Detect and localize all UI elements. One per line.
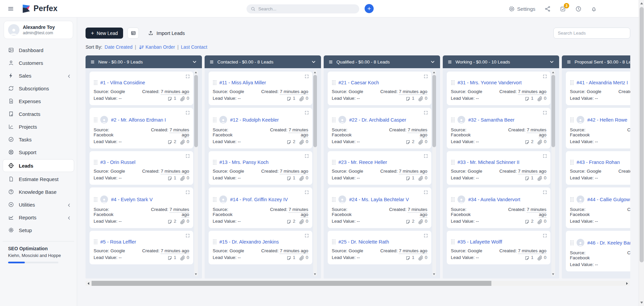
column-scrollbar[interactable]: [432, 70, 436, 276]
horizontal-scroll-thumb[interactable]: [92, 281, 491, 286]
drag-handle[interactable]: [570, 80, 574, 85]
sidebar-item-dashboard[interactable]: Dashboard: [0, 44, 77, 56]
expand-icon[interactable]: [543, 111, 547, 115]
attachments-count[interactable]: 0: [299, 175, 308, 180]
lead-title-link[interactable]: #14 - Prof. Griffin Kozey IV: [230, 197, 288, 202]
lead-title-link[interactable]: #43 - Franco Rohan: [577, 160, 620, 165]
lead-card[interactable]: #43 - Franco Rohan Source: Google Create…: [566, 151, 630, 185]
scroll-down-arrow[interactable]: [640, 302, 643, 304]
bell-icon[interactable]: [591, 6, 597, 12]
sidebar-item-projects[interactable]: Projects: [0, 120, 77, 133]
global-search-input[interactable]: [258, 6, 355, 11]
lead-card[interactable]: #4 - Evelyn Stark V Source: Facebook Cre…: [90, 187, 193, 228]
drag-handle[interactable]: [94, 117, 97, 123]
attachments-count[interactable]: 0: [299, 219, 308, 224]
expand-icon[interactable]: [305, 233, 309, 238]
lead-title-link[interactable]: #41 - Alexandria Mertz I: [577, 80, 628, 85]
attachments-count[interactable]: 0: [180, 139, 189, 144]
lead-title-link[interactable]: #46 - Dr. Keeley Bartell: [587, 240, 630, 246]
drag-handle[interactable]: [213, 196, 216, 202]
notes-count[interactable]: 1: [286, 96, 296, 101]
expand-icon[interactable]: [185, 74, 190, 79]
lead-card[interactable]: #46 - Dr. Keeley Bartell Source: Faceboo…: [566, 231, 630, 271]
search-leads-input[interactable]: [553, 28, 630, 39]
attachments-count[interactable]: 0: [418, 96, 427, 101]
notes-count[interactable]: 2: [525, 219, 534, 224]
scroll-left-arrow[interactable]: [86, 281, 91, 286]
expand-icon[interactable]: [543, 233, 547, 238]
expand-icon[interactable]: [185, 190, 190, 194]
sidebar-toggle-icon[interactable]: [7, 5, 14, 12]
attachments-count[interactable]: 0: [418, 175, 427, 180]
lead-card[interactable]: #13 - Mrs. Pansy Koch Source: Google Cre…: [209, 151, 312, 185]
notes-count[interactable]: 1: [406, 255, 415, 260]
drag-handle[interactable]: [451, 117, 454, 123]
lead-card[interactable]: #34 - Aurelia Vandervort Source: Faceboo…: [447, 187, 550, 228]
sidebar-item-subscriptions[interactable]: Subscriptions: [0, 82, 77, 95]
scroll-up-arrow[interactable]: [640, 2, 643, 4]
drag-handle[interactable]: [451, 159, 454, 165]
attachments-count[interactable]: 0: [180, 255, 189, 260]
lead-card[interactable]: #42 - Hellen Rowe Source: Facebook Creat…: [566, 108, 630, 148]
chevron-down-icon[interactable]: [192, 59, 197, 64]
expand-icon[interactable]: [185, 154, 190, 158]
lead-card[interactable]: #5 - Rosa Leffler Source: Google Created…: [90, 231, 193, 264]
chevron-down-icon[interactable]: [549, 59, 554, 64]
sort-option-kanban-order[interactable]: Kanban Order: [139, 44, 175, 50]
expand-icon[interactable]: [305, 111, 309, 115]
attachments-count[interactable]: 0: [418, 255, 427, 260]
attachments-count[interactable]: 0: [537, 96, 546, 101]
expand-icon[interactable]: [185, 111, 190, 115]
lead-card[interactable]: #15 - Dr. Alexandro Jenkins Source: Goog…: [209, 231, 312, 264]
brand-logo[interactable]: Perfex: [21, 4, 58, 13]
column-scrollbar[interactable]: [194, 70, 198, 276]
notes-count[interactable]: 1: [525, 255, 534, 260]
notes-count[interactable]: 1: [167, 96, 176, 101]
drag-handle[interactable]: [332, 159, 335, 165]
lead-title-link[interactable]: #34 - Aurelia Vandervort: [468, 197, 520, 202]
lead-title-link[interactable]: #11 - Miss Aliya Miller: [219, 80, 266, 85]
notes-count[interactable]: 2: [406, 219, 415, 224]
sidebar-item-setup[interactable]: Setup: [0, 224, 77, 236]
attachments-count[interactable]: 0: [537, 219, 546, 224]
user-card[interactable]: Alexandre Toy admin@test.com: [4, 21, 73, 39]
expand-icon[interactable]: [424, 233, 428, 238]
lead-title-link[interactable]: #13 - Mrs. Pansy Koch: [219, 160, 269, 165]
lead-card[interactable]: #35 - Lafayette Wolff Source: Google Cre…: [447, 231, 550, 264]
lead-title-link[interactable]: #4 - Evelyn Stark V: [111, 197, 153, 202]
sidebar-item-support[interactable]: Support: [0, 146, 77, 159]
drag-handle[interactable]: [570, 196, 574, 202]
notes-count[interactable]: 2: [286, 139, 296, 144]
lead-title-link[interactable]: #42 - Hellen Rowe: [587, 117, 627, 123]
sidebar-item-tasks[interactable]: Tasks: [0, 133, 77, 146]
lead-card[interactable]: #33 - Mr. Micheal Schinner II Source: Go…: [447, 151, 550, 185]
expand-icon[interactable]: [543, 74, 547, 79]
lead-title-link[interactable]: #1 - Vilma Considine: [100, 80, 145, 85]
board-horizontal-scrollbar[interactable]: [86, 281, 630, 286]
kanban-column-header[interactable]: Qualified - $0.00 - 8 Leads: [324, 55, 440, 68]
tasks-check-icon[interactable]: 3: [560, 6, 566, 12]
lead-title-link[interactable]: #2 - Mr. Alfonso Erdman I: [111, 117, 166, 123]
lead-title-link[interactable]: #32 - Samantha Beer: [468, 117, 515, 123]
drag-handle[interactable]: [451, 80, 454, 85]
lead-title-link[interactable]: #44 - Callie Gulgowski: [587, 197, 630, 202]
expand-icon[interactable]: [185, 233, 190, 238]
column-scroll-thumb[interactable]: [551, 75, 555, 147]
lead-title-link[interactable]: #21 - Caesar Koch: [338, 80, 379, 85]
page-scrollbar[interactable]: [639, 0, 644, 306]
sidebar-item-leads[interactable]: Leads: [3, 159, 74, 172]
quick-add-button[interactable]: +: [365, 4, 374, 13]
column-scroll-thumb[interactable]: [313, 75, 317, 147]
expand-icon[interactable]: [305, 74, 309, 79]
lead-title-link[interactable]: #23 - Mr. Reece Heller: [338, 160, 387, 165]
attachments-count[interactable]: 0: [537, 139, 546, 144]
lead-title-link[interactable]: #22 - Dr. Archibald Casper: [349, 117, 406, 123]
drag-handle[interactable]: [213, 117, 216, 123]
expand-icon[interactable]: [424, 74, 428, 79]
attachments-count[interactable]: 0: [180, 219, 189, 224]
drag-handle[interactable]: [332, 117, 335, 123]
chevron-down-icon[interactable]: [311, 59, 316, 64]
lead-title-link[interactable]: #15 - Dr. Alexandro Jenkins: [219, 239, 279, 245]
sidebar-item-estimate-request[interactable]: Estimate Request: [0, 173, 77, 185]
attachments-count[interactable]: 0: [299, 139, 308, 144]
